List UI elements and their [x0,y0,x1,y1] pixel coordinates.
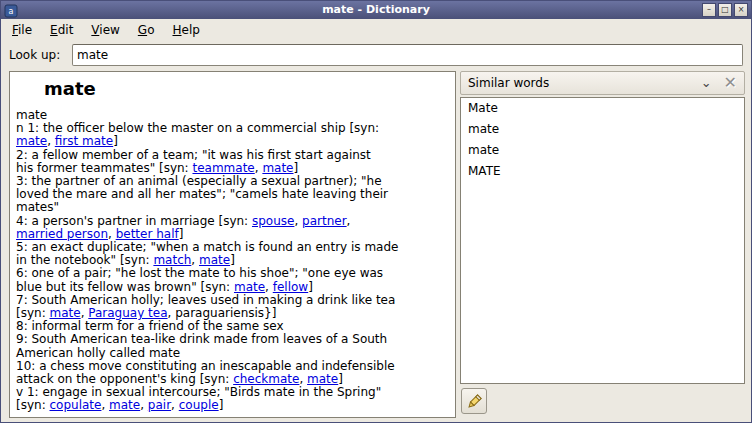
definition-text: American holly called mate [16,346,180,360]
synonym-link[interactable]: Paraguay tea [88,306,167,320]
definition-text: 2: a fellow member of a team; "it was hi… [16,148,371,162]
definition-text: [syn: [16,306,50,320]
synonym-link[interactable]: mate [262,161,293,175]
synonym-link[interactable]: checkmate [233,372,299,386]
definition-text: , [191,253,199,267]
menu-edit[interactable]: Edit [41,19,82,41]
similar-word-item[interactable]: mate [461,140,744,161]
definition-text: , [108,227,116,241]
synonym-link[interactable]: mate [16,134,47,148]
synonym-link[interactable]: married person [16,227,108,241]
synonym-link[interactable]: mate [199,253,230,267]
definition-text: , [140,398,148,412]
definition-text: attack on the opponent's king [syn: [16,372,233,386]
synonym-link[interactable]: better half [116,227,179,241]
dictionary-window: a mate - Dictionary – □ × FileEditViewGo… [0,0,752,423]
pencil-icon [465,393,483,411]
window-controls: – □ × [702,3,748,17]
window-title: mate - Dictionary [1,1,751,19]
definition-text: ] [294,161,299,175]
synonym-link[interactable]: fellow [273,280,308,294]
synonym-link[interactable]: match [153,253,191,267]
titlebar[interactable]: a mate - Dictionary – □ × [1,1,751,19]
definition-text: , [265,280,273,294]
definition-pane[interactable]: mate maten 1: the officer below the mast… [9,71,456,418]
sidebar: Similar words ⌄ ✕ MatematemateMATE [460,71,745,418]
close-icon: × [738,5,745,14]
lookup-label: Look up: [9,41,60,69]
definition-body: maten 1: the officer below the master on… [16,109,455,413]
pencil-button[interactable] [461,388,487,414]
close-button[interactable]: × [734,3,748,17]
similar-word-item[interactable]: mate [461,119,744,140]
definition-text: 9: South American tea-like drink made fr… [16,332,387,346]
minimize-button[interactable]: – [702,3,716,17]
similar-word-item[interactable]: MATE [461,161,744,182]
definition-text: blue but its fellow was brown" [syn: [16,280,234,294]
definition-text: , [101,398,109,412]
maximize-button[interactable]: □ [718,3,732,17]
synonym-link[interactable]: copulate [50,398,102,412]
maximize-icon: □ [721,5,729,14]
definition-text: ] [230,253,235,267]
definition-text: 5: an exact duplicate; "when a match is … [16,240,398,254]
synonym-link[interactable]: mate [109,398,140,412]
svg-text:a: a [9,7,14,16]
menu-file[interactable]: File [3,19,41,41]
definition-text: , [47,134,55,148]
definition-text: in the notebook" [syn: [16,253,153,267]
menu-go[interactable]: Go [129,19,164,41]
menu-help[interactable]: Help [163,19,208,41]
synonym-link[interactable]: pair [148,398,171,412]
headword: mate [44,78,455,99]
synonym-link[interactable]: mate [50,306,81,320]
definition-text: 10: a chess move constituting an inescap… [16,359,395,373]
synonym-link[interactable]: mate [234,280,265,294]
sidebar-header: Similar words ⌄ ✕ [460,71,745,95]
definition-text: his former teammates" [syn: [16,161,192,175]
sidebar-footer [460,384,745,418]
app-icon: a [4,3,18,17]
definition-text: 8: informal term for a friend of the sam… [16,319,284,333]
definition-text: v 1: engage in sexual intercourse; "Bird… [16,385,381,399]
definition-text: [syn: [16,398,50,412]
definition-text: , paraguariensis}] [168,306,277,320]
definition-text: , [347,214,351,228]
definition-text: , [299,372,307,386]
lookup-row: Look up: [1,41,751,69]
similar-word-item[interactable]: Mate [461,98,744,119]
definition-text: ] [338,372,343,386]
sidebar-close-icon[interactable]: ✕ [724,75,737,91]
synonym-link[interactable]: mate [307,372,338,386]
definition-text: , [294,214,302,228]
chevron-down-icon[interactable]: ⌄ [701,78,712,88]
synonym-link[interactable]: couple [179,398,219,412]
lookup-input[interactable] [72,44,743,66]
definition-text: , [171,398,179,412]
synonym-link[interactable]: teammate [192,161,254,175]
definition-text: ] [179,227,184,241]
definition-text: mate [16,108,47,122]
menubar: FileEditViewGoHelp [1,19,751,41]
sidebar-title: Similar words [468,76,701,90]
definition-text: ] [308,280,313,294]
synonym-link[interactable]: partner [302,214,347,228]
definition-text: 4: a person's partner in marriage [syn: [16,214,252,228]
definition-text: n 1: the officer below the master on a c… [16,121,379,135]
definition-text: mates" [16,200,59,214]
definition-text: ] [113,134,118,148]
minimize-icon: – [707,5,711,14]
dictionary-app-icon: a [4,4,18,18]
menu-view[interactable]: View [82,19,128,41]
definition-text: 6: one of a pair; "he lost the mate to h… [16,266,383,280]
definition-text: loved the mare and all her mates"; "came… [16,187,388,201]
synonym-link[interactable]: spouse [252,214,294,228]
synonym-link[interactable]: first mate [55,134,113,148]
definition-text: 3: the partner of an animal (especially … [16,174,382,188]
similar-words-list: MatematemateMATE [460,97,745,384]
definition-text: ] [219,398,224,412]
definition-text: 7: South American holly; leaves used in … [16,293,395,307]
